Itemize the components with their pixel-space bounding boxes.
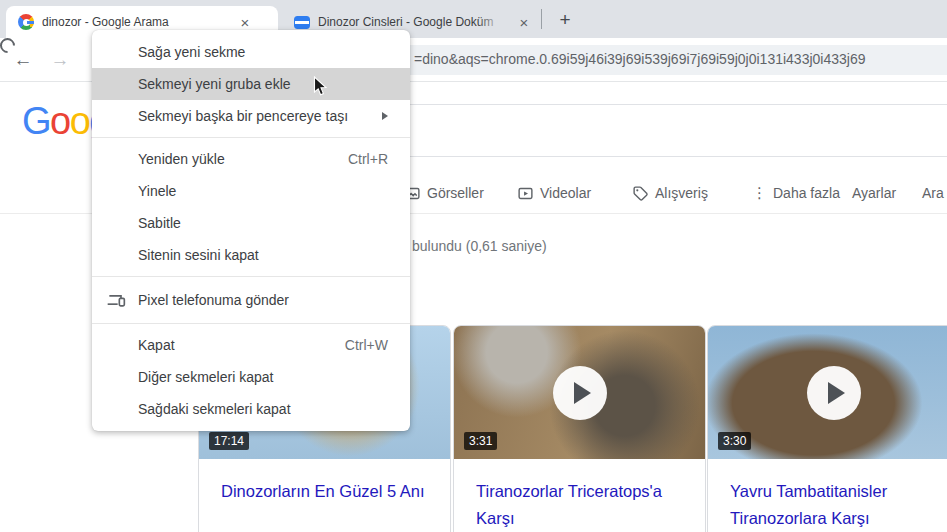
- menu-item-sekmeyi-baska-pencereye-tasi[interactable]: Sekmeyi başka bir pencereye taşı: [92, 100, 410, 132]
- menu-separator: [92, 137, 410, 138]
- forward-icon[interactable]: →: [47, 47, 73, 73]
- tag-icon: [632, 185, 649, 202]
- menu-item-label: Yinele: [138, 183, 176, 199]
- menu-item-label: Sekmeyi yeni gruba ekle: [138, 76, 291, 92]
- menu-item-yinele[interactable]: Yinele: [92, 175, 410, 207]
- menu-item-sagdaki-sekmeleri-kapat[interactable]: Sağdaki sekmeleri kapat: [92, 393, 410, 425]
- logo-letter: G: [22, 100, 50, 142]
- url-text: =dino&aqs=chrome.0.69i59j46i39j69i539j69…: [414, 51, 865, 67]
- video-card: 3:30 Yavru Tambatitanisler Tiranozorlara…: [707, 325, 947, 532]
- menu-item-label: Kapat: [138, 337, 175, 353]
- menu-item-sekmeyi-yeni-gruba-ekle[interactable]: Sekmeyi yeni gruba ekle: [92, 68, 410, 100]
- logo-letter: o: [70, 100, 90, 142]
- menu-item-label: Sağa yeni sekme: [138, 44, 245, 60]
- duration-badge: 3:31: [464, 432, 497, 450]
- google-g-icon: [18, 14, 34, 30]
- play-icon[interactable]: [807, 366, 861, 420]
- menu-item-label: Sekmeyi başka bir pencereye taşı: [138, 108, 348, 124]
- menu-item-sabitle[interactable]: Sabitle: [92, 207, 410, 239]
- tab-videolar[interactable]: Videolar: [517, 178, 591, 208]
- play-icon[interactable]: [553, 366, 607, 420]
- tab-gorseller[interactable]: Görseller: [404, 178, 484, 208]
- tab-label: Ayarlar: [852, 185, 896, 201]
- tab-daha-fazla[interactable]: ⋮ Daha fazla: [752, 178, 840, 208]
- tab-label: Ara: [922, 185, 944, 201]
- tab-title: Dinozor Cinsleri - Google Doküm: [318, 15, 504, 29]
- browser-window: dinozor - Google Arama × Dinozor Cinsler…: [0, 0, 947, 532]
- logo-letter: o: [50, 100, 70, 142]
- menu-item-diger-sekmeleri-kapat[interactable]: Diğer sekmeleri kapat: [92, 361, 410, 393]
- devices-icon: [106, 290, 126, 310]
- tab-label: Videolar: [540, 185, 591, 201]
- menu-item-label: Yeniden yükle: [138, 151, 225, 167]
- duration-badge: 3:30: [718, 432, 751, 450]
- menu-item-yeniden-yukle[interactable]: Yeniden yükle Ctrl+R: [92, 143, 410, 175]
- video-title-link[interactable]: Tiranozorlar Triceratops'a Karşı: [476, 478, 685, 532]
- menu-item-kapat[interactable]: Kapat Ctrl+W: [92, 329, 410, 361]
- back-icon[interactable]: ←: [10, 47, 36, 73]
- tab-title: dinozor - Google Arama: [42, 15, 234, 29]
- duration-badge: 17:14: [209, 432, 249, 450]
- video-thumbnail[interactable]: 3:30: [708, 326, 947, 459]
- tab-araclar[interactable]: Ara: [922, 178, 944, 208]
- close-icon[interactable]: ×: [515, 13, 533, 31]
- video-title-link[interactable]: Dinozorların En Güzel 5 Anı: [221, 478, 430, 505]
- tab-alisveris[interactable]: Alışveriş: [632, 178, 708, 208]
- menu-item-label: Sağdaki sekmeleri kapat: [138, 401, 291, 417]
- video-card: 3:31 Tiranozorlar Triceratops'a Karşı: [453, 325, 706, 532]
- tab-context-menu: Sağa yeni sekme Sekmeyi yeni gruba ekle …: [92, 30, 410, 431]
- new-tab-button[interactable]: +: [552, 7, 578, 33]
- video-title-link[interactable]: Yavru Tambatitanisler Tiranozorlara Karş…: [730, 478, 939, 532]
- tab-label: Daha fazla: [773, 185, 840, 201]
- menu-separator: [92, 323, 410, 324]
- tab-label: Alışveriş: [655, 185, 708, 201]
- tab-label: Görseller: [427, 185, 484, 201]
- menu-item-label: Pixel telefonuma gönder: [138, 292, 289, 308]
- tab-divider: [541, 9, 542, 29]
- close-icon[interactable]: ×: [236, 13, 254, 31]
- video-icon: [517, 185, 534, 202]
- menu-item-pixel-telefonuma-gonder[interactable]: Pixel telefonuma gönder: [92, 282, 410, 318]
- submenu-arrow-icon: [382, 112, 388, 120]
- more-dots-icon: ⋮: [752, 184, 767, 202]
- menu-shortcut: Ctrl+W: [345, 337, 388, 353]
- menu-shortcut: Ctrl+R: [348, 151, 388, 167]
- menu-item-sitenin-sesini-kapat[interactable]: Sitenin sesini kapat: [92, 239, 410, 271]
- result-stats: bulundu (0,61 saniye): [412, 238, 547, 254]
- menu-item-label: Sitenin sesini kapat: [138, 247, 259, 263]
- menu-item-saga-yeni-sekme[interactable]: Sağa yeni sekme: [92, 36, 410, 68]
- tab-ayarlar[interactable]: Ayarlar: [852, 178, 896, 208]
- google-docs-icon: [294, 16, 310, 29]
- video-thumbnail[interactable]: 3:31: [454, 326, 705, 459]
- menu-separator: [92, 276, 410, 277]
- menu-item-label: Sabitle: [138, 215, 181, 231]
- menu-item-label: Diğer sekmeleri kapat: [138, 369, 273, 385]
